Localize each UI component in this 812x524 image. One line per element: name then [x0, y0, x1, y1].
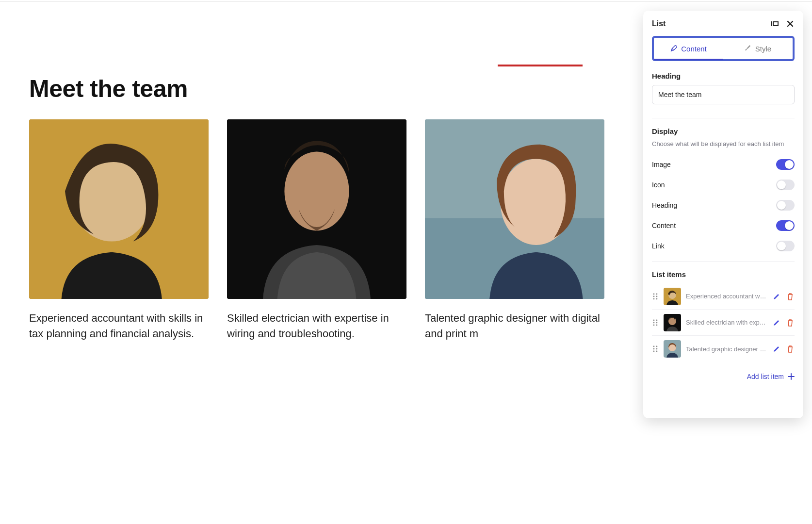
trash-icon[interactable] — [786, 318, 795, 327]
svg-point-14 — [656, 298, 658, 299]
heading-label: Heading — [652, 72, 795, 80]
svg-point-3 — [284, 152, 349, 231]
svg-point-26 — [656, 346, 658, 347]
card-caption: Skilled electrician with expertise in wi… — [227, 311, 406, 342]
svg-point-20 — [656, 322, 658, 323]
toggle-row-link: Link — [652, 236, 795, 256]
drag-handle-icon[interactable] — [652, 293, 659, 300]
card-image — [227, 119, 406, 299]
toggle-content[interactable] — [776, 220, 795, 231]
toggle-image[interactable] — [776, 159, 795, 170]
svg-point-13 — [653, 298, 655, 299]
divider — [652, 261, 795, 262]
trash-icon[interactable] — [786, 344, 795, 353]
tab-content[interactable]: Content — [654, 38, 723, 59]
svg-point-21 — [653, 324, 655, 326]
svg-point-18 — [656, 319, 658, 321]
toggle-row-heading: Heading — [652, 195, 795, 215]
tab-style[interactable]: Style — [723, 38, 793, 59]
list-item-thumb — [664, 314, 681, 331]
svg-point-22 — [656, 324, 658, 326]
toggle-label: Link — [652, 242, 665, 250]
toggle-icon[interactable] — [776, 180, 795, 190]
add-list-item-label: Add list item — [747, 373, 784, 380]
toggle-row-content: Content — [652, 215, 795, 236]
drag-handle-icon[interactable] — [652, 319, 659, 327]
plus-icon — [788, 373, 795, 380]
card-caption: Talented graphic designer with digital a… — [425, 311, 604, 342]
list-item-thumb — [664, 340, 681, 358]
list-item-row[interactable]: Skilled electrician with experti... — [652, 310, 795, 336]
svg-point-19 — [653, 322, 655, 323]
heading-input[interactable] — [652, 85, 795, 104]
card-image — [425, 119, 604, 299]
close-icon[interactable] — [786, 19, 795, 28]
svg-point-17 — [653, 319, 655, 321]
list-item-label: Experienced accountant with ... — [686, 293, 767, 300]
svg-point-9 — [653, 293, 655, 295]
svg-point-12 — [656, 295, 658, 297]
panel-title: List — [652, 19, 666, 28]
team-card[interactable]: Skilled electrician with expertise in wi… — [227, 119, 406, 342]
drag-handle-icon[interactable] — [652, 345, 659, 353]
edit-icon[interactable] — [772, 292, 781, 301]
list-item-label: Skilled electrician with experti... — [686, 319, 767, 326]
brush-icon — [745, 45, 751, 52]
toggle-label: Icon — [652, 181, 665, 189]
toggle-heading[interactable] — [776, 200, 795, 211]
svg-point-10 — [656, 293, 658, 295]
svg-point-29 — [653, 351, 655, 352]
tabs-highlight: Content Style — [652, 36, 795, 61]
add-list-item-button[interactable]: Add list item — [652, 373, 795, 380]
toggle-label: Heading — [652, 201, 677, 209]
svg-point-24 — [668, 317, 676, 325]
selection-indicator — [498, 65, 583, 66]
svg-point-25 — [653, 346, 655, 347]
toggle-row-image: Image — [652, 154, 795, 175]
svg-point-28 — [656, 348, 658, 350]
team-card[interactable]: Talented graphic designer with digital a… — [425, 119, 604, 342]
card-image — [29, 119, 209, 299]
tabs: Content Style — [654, 38, 793, 59]
svg-point-30 — [656, 351, 658, 352]
list-item-row[interactable]: Experienced accountant with ... — [652, 283, 795, 310]
svg-point-11 — [653, 295, 655, 297]
dock-icon[interactable] — [770, 19, 779, 28]
list-settings-panel: List Content Style Heading Display Choos… — [643, 11, 803, 418]
svg-rect-8 — [773, 22, 778, 26]
list-item-label: Talented graphic designer wit... — [686, 345, 767, 353]
toggle-label: Image — [652, 161, 671, 168]
list-item-row[interactable]: Talented graphic designer wit... — [652, 336, 795, 362]
card-caption: Experienced accountant with skills in ta… — [29, 311, 209, 342]
tab-label: Style — [755, 45, 771, 53]
display-label: Display — [652, 127, 795, 135]
toggle-label: Content — [652, 222, 676, 229]
pencil-icon — [670, 45, 677, 52]
list-items-label: List items — [652, 270, 795, 278]
list-items: Experienced accountant with ... Skilled … — [652, 283, 795, 362]
panel-header: List — [652, 19, 795, 28]
toggle-row-icon: Icon — [652, 175, 795, 195]
divider — [652, 118, 795, 118]
trash-icon[interactable] — [786, 292, 795, 301]
toggle-link[interactable] — [776, 241, 795, 251]
edit-icon[interactable] — [772, 344, 781, 353]
team-card[interactable]: Experienced accountant with skills in ta… — [29, 119, 209, 342]
list-item-thumb — [664, 288, 681, 305]
display-subtext: Choose what will be displayed for each l… — [652, 140, 795, 147]
tab-label: Content — [681, 45, 707, 53]
svg-rect-7 — [771, 21, 772, 26]
svg-point-27 — [653, 348, 655, 350]
edit-icon[interactable] — [772, 318, 781, 327]
